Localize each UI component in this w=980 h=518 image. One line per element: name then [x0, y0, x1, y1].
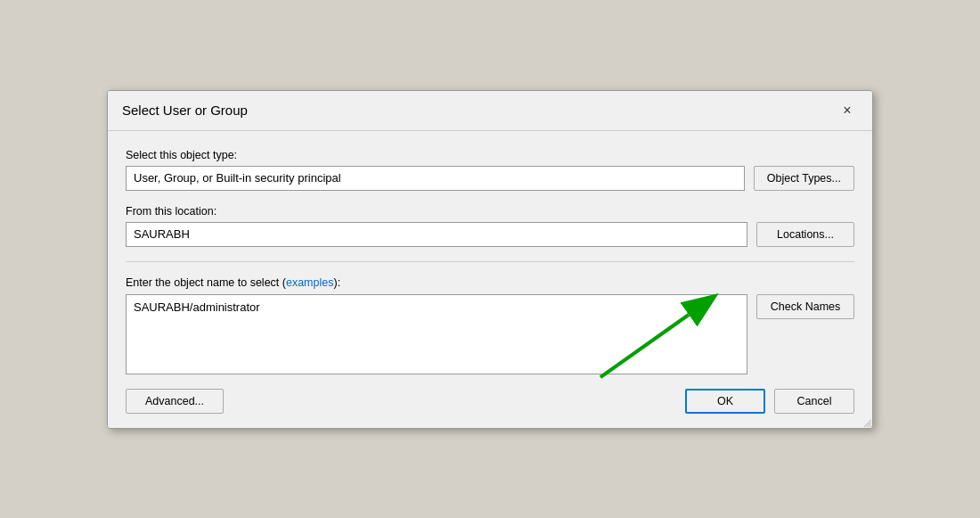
- locations-button[interactable]: Locations...: [756, 222, 854, 247]
- advanced-button[interactable]: Advanced...: [126, 389, 224, 414]
- object-type-input[interactable]: [126, 166, 745, 191]
- location-row: Locations...: [126, 222, 854, 247]
- object-name-label-prefix: Enter the object name to select (: [126, 276, 286, 289]
- check-names-button[interactable]: Check Names: [756, 294, 854, 319]
- dialog-wrapper: Select User or Group × Select this objec…: [107, 90, 873, 429]
- object-name-group: Enter the object name to select (example…: [126, 276, 854, 374]
- object-type-label: Select this object type:: [126, 149, 854, 161]
- separator: [126, 261, 854, 262]
- footer-right: OK Cancel: [685, 389, 854, 414]
- location-group: From this location: Locations...: [126, 205, 854, 247]
- dialog-title: Select User or Group: [122, 103, 248, 118]
- object-types-button[interactable]: Object Types...: [754, 166, 854, 191]
- location-input[interactable]: [126, 222, 747, 247]
- svg-line-4: [870, 425, 871, 427]
- object-type-group: Select this object type: Object Types...: [126, 149, 854, 191]
- examples-link[interactable]: examples: [286, 276, 334, 289]
- close-button[interactable]: ×: [837, 100, 858, 121]
- select-user-group-dialog: Select User or Group × Select this objec…: [107, 90, 873, 429]
- object-name-row: SAURABH/administrator Check Names: [126, 294, 854, 374]
- title-bar: Select User or Group ×: [108, 91, 872, 131]
- object-type-row: Object Types...: [126, 166, 854, 191]
- location-label: From this location:: [126, 205, 854, 218]
- object-name-label: Enter the object name to select (example…: [126, 276, 854, 289]
- footer-row: Advanced... OK Cancel: [126, 389, 854, 414]
- cancel-button[interactable]: Cancel: [774, 389, 854, 414]
- object-name-label-suffix: ):: [333, 276, 340, 289]
- object-name-textarea[interactable]: SAURABH/administrator: [126, 294, 747, 374]
- resize-grip[interactable]: [861, 416, 871, 427]
- dialog-body: Select this object type: Object Types...…: [108, 131, 872, 428]
- ok-button[interactable]: OK: [685, 389, 765, 414]
